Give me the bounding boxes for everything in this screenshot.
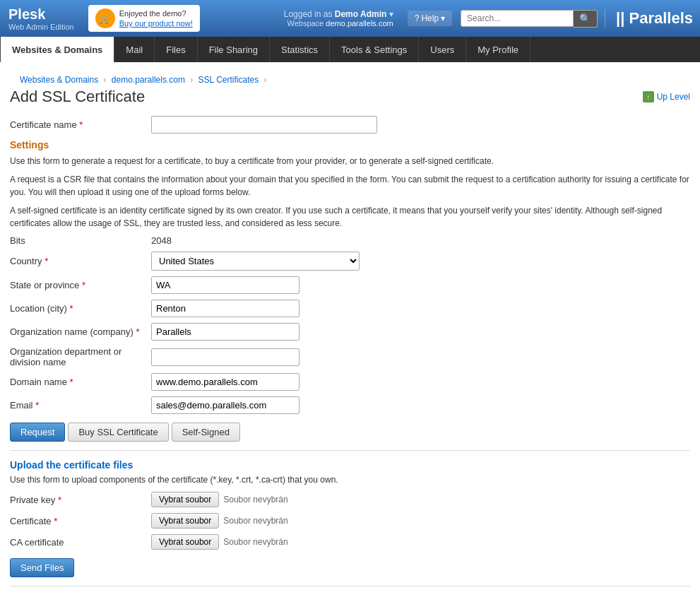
nav-users[interactable]: Users bbox=[419, 37, 466, 62]
promo-text: Enjoyed the demo? Buy our product now! bbox=[119, 8, 193, 29]
webspace-info: Webspace demo.parallels.com bbox=[287, 19, 393, 28]
question-icon: ? bbox=[415, 13, 420, 23]
breadcrumb-websites[interactable]: Websites & Domains bbox=[20, 75, 98, 85]
page-title: Add SSL Certificate bbox=[10, 88, 145, 106]
email-input[interactable] bbox=[151, 396, 299, 414]
breadcrumb-sep2: › bbox=[190, 75, 195, 85]
up-level-link[interactable]: ↑ Up Level bbox=[643, 91, 690, 102]
private-key-status: Soubor nevybrán bbox=[223, 495, 287, 505]
nav-statistics[interactable]: Statistics bbox=[270, 37, 330, 62]
location-row: Location (city) * bbox=[10, 300, 690, 317]
send-files-button[interactable]: Send Files bbox=[10, 558, 74, 577]
certificate-name-input[interactable] bbox=[151, 116, 377, 134]
state-input[interactable] bbox=[151, 276, 299, 294]
email-label: Email * bbox=[10, 400, 151, 411]
app-subtitle: Web Admin Edition bbox=[8, 23, 74, 31]
buy-ssl-button[interactable]: Buy SSL Certificate bbox=[68, 423, 168, 442]
promo-icon: 🛒 bbox=[95, 8, 115, 28]
ca-cert-status: Soubor nevybrán bbox=[223, 537, 287, 547]
location-label: Location (city) * bbox=[10, 303, 151, 314]
parallels-logo: || Parallels bbox=[605, 9, 693, 28]
org-dept-label: Organization department or division name bbox=[10, 346, 151, 367]
domain-input[interactable] bbox=[151, 373, 299, 391]
certificate-status: Soubor nevybrán bbox=[223, 516, 287, 526]
private-key-label: Private key * bbox=[10, 495, 151, 505]
request-button[interactable]: Request bbox=[10, 423, 65, 442]
org-dept-row: Organization department or division name bbox=[10, 346, 690, 367]
header-user-info: Logged in as Demo Admin ▾ Webspace demo.… bbox=[284, 9, 393, 28]
org-name-input[interactable] bbox=[151, 323, 299, 341]
search-input[interactable] bbox=[461, 10, 574, 27]
certificate-choose-button[interactable]: Vybrat soubor bbox=[151, 513, 219, 529]
breadcrumb-sep3: › bbox=[264, 75, 267, 85]
org-name-label: Organization name (company) * bbox=[10, 326, 151, 337]
country-select[interactable]: AfghanistanAlbaniaAlgeriaAndorraAngolaAr… bbox=[151, 252, 360, 271]
action-buttons: Request Buy SSL Certificate Self-Signed bbox=[10, 423, 690, 442]
settings-heading: Settings bbox=[10, 139, 690, 151]
user-name-link[interactable]: Demo Admin bbox=[335, 9, 387, 19]
help-button[interactable]: ? Help ▾ bbox=[408, 11, 452, 26]
header-center: Logged in as Demo Admin ▾ Webspace demo.… bbox=[284, 9, 598, 28]
nav-files[interactable]: Files bbox=[155, 37, 197, 62]
promo-banner[interactable]: 🛒 Enjoyed the demo? Buy our product now! bbox=[88, 5, 200, 33]
domain-label: Domain name * bbox=[10, 377, 151, 387]
state-label: State or province * bbox=[10, 280, 151, 290]
email-row: Email * bbox=[10, 396, 690, 414]
promo-line1: Enjoyed the demo? bbox=[119, 8, 193, 18]
breadcrumb-ssl[interactable]: SSL Certificates bbox=[198, 75, 259, 85]
bits-row: Bits 2048 bbox=[10, 235, 690, 246]
private-key-choose-button[interactable]: Vybrat soubor bbox=[151, 492, 219, 507]
domain-row: Domain name * bbox=[10, 373, 690, 391]
upload-files-info: Use this form to upload components of th… bbox=[10, 473, 690, 486]
state-row: State or province * bbox=[10, 276, 690, 294]
send-files-buttons: Send Files bbox=[10, 558, 690, 577]
up-level-icon: ↑ bbox=[643, 91, 654, 102]
logo-area: Plesk Web Admin Edition bbox=[0, 0, 83, 37]
private-key-row: Private key * Vybrat soubor Soubor nevyb… bbox=[10, 492, 690, 507]
nav-file-sharing[interactable]: File Sharing bbox=[198, 37, 270, 62]
info-text-2: A request is a CSR file that contains th… bbox=[10, 173, 690, 199]
navigation: Websites & Domains Mail Files File Shari… bbox=[0, 37, 700, 62]
ca-cert-choose-button[interactable]: Vybrat soubor bbox=[151, 534, 219, 550]
self-signed-button[interactable]: Self-Signed bbox=[172, 423, 240, 442]
promo-link[interactable]: Buy our product now! bbox=[119, 19, 193, 28]
ca-cert-label: CA certificate bbox=[10, 537, 151, 548]
nav-my-profile[interactable]: My Profile bbox=[466, 37, 530, 62]
section-divider-1 bbox=[10, 450, 690, 451]
webspace-link[interactable]: demo.parallels.com bbox=[326, 19, 393, 28]
cert-name-required: * bbox=[79, 119, 83, 130]
search-bar: 🔍 bbox=[461, 10, 598, 28]
header-right: || Parallels bbox=[598, 9, 700, 28]
nav-tools-settings[interactable]: Tools & Settings bbox=[330, 37, 419, 62]
app-title: Plesk bbox=[8, 6, 74, 23]
location-input[interactable] bbox=[151, 300, 299, 317]
bits-value: 2048 bbox=[151, 235, 172, 246]
certificate-row: Certificate * Vybrat soubor Soubor nevyb… bbox=[10, 513, 690, 529]
org-dept-input[interactable] bbox=[151, 348, 299, 366]
header: Plesk Web Admin Edition 🛒 Enjoyed the de… bbox=[0, 0, 700, 37]
certificate-name-label: Certificate name * bbox=[10, 119, 151, 130]
breadcrumb: Websites & Domains › demo.parallels.com … bbox=[10, 69, 690, 88]
section-divider-2 bbox=[10, 586, 690, 586]
main-content: Websites & Domains › demo.parallels.com … bbox=[0, 62, 700, 590]
nav-mail[interactable]: Mail bbox=[114, 37, 155, 62]
certificate-name-row: Certificate name * bbox=[10, 116, 690, 134]
logged-in-label: Logged in as Demo Admin ▾ bbox=[284, 9, 393, 19]
info-text-3: A self-signed certificate is an identity… bbox=[10, 204, 690, 230]
upload-files-title: Upload the certificate files bbox=[10, 459, 690, 471]
certificate-label: Certificate * bbox=[10, 516, 151, 526]
page-header: Add SSL Certificate ↑ Up Level bbox=[10, 88, 690, 106]
breadcrumb-sep1: › bbox=[104, 75, 109, 85]
country-row: Country * AfghanistanAlbaniaAlgeriaAndor… bbox=[10, 252, 690, 271]
bits-label: Bits bbox=[10, 235, 151, 246]
country-label: Country * bbox=[10, 256, 151, 266]
breadcrumb-domain[interactable]: demo.parallels.com bbox=[112, 75, 185, 85]
ca-cert-row: CA certificate Vybrat soubor Soubor nevy… bbox=[10, 534, 690, 550]
nav-websites-domains[interactable]: Websites & Domains bbox=[0, 37, 114, 62]
info-text-1: Use this form to generate a request for … bbox=[10, 155, 690, 167]
org-name-row: Organization name (company) * bbox=[10, 323, 690, 341]
search-button[interactable]: 🔍 bbox=[574, 10, 598, 28]
